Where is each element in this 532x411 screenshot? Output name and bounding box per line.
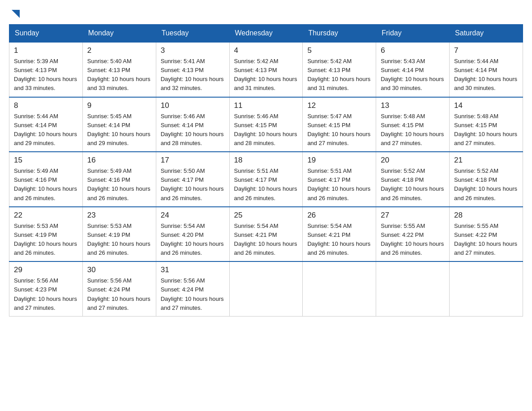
calendar-cell: 9Sunrise: 5:45 AMSunset: 4:14 PMDaylight… [82, 97, 156, 152]
day-number: 8 [14, 101, 78, 110]
day-info: Sunrise: 5:45 AMSunset: 4:14 PMDaylight:… [87, 112, 151, 148]
week-row-2: 8Sunrise: 5:44 AMSunset: 4:14 PMDaylight… [9, 97, 523, 152]
day-number: 1 [14, 46, 78, 55]
calendar-cell: 12Sunrise: 5:47 AMSunset: 4:15 PMDayligh… [303, 97, 376, 152]
calendar-cell: 21Sunrise: 5:52 AMSunset: 4:18 PMDayligh… [450, 152, 523, 207]
day-number: 5 [307, 46, 371, 55]
weekday-header-sunday: Sunday [9, 25, 83, 43]
day-info: Sunrise: 5:54 AMSunset: 4:21 PMDaylight:… [234, 222, 298, 258]
day-info: Sunrise: 5:50 AMSunset: 4:17 PMDaylight:… [161, 167, 225, 203]
day-number: 25 [234, 211, 298, 220]
day-info: Sunrise: 5:51 AMSunset: 4:17 PMDaylight:… [307, 167, 371, 203]
weekday-header-friday: Friday [376, 25, 450, 43]
day-number: 10 [161, 101, 225, 110]
day-info: Sunrise: 5:56 AMSunset: 4:24 PMDaylight:… [161, 276, 225, 313]
weekday-header-monday: Monday [82, 25, 156, 43]
day-info: Sunrise: 5:49 AMSunset: 4:16 PMDaylight:… [87, 167, 151, 203]
week-row-5: 29Sunrise: 5:56 AMSunset: 4:23 PMDayligh… [9, 261, 523, 316]
calendar-cell [376, 261, 450, 316]
day-info: Sunrise: 5:42 AMSunset: 4:13 PMDaylight:… [234, 57, 298, 93]
week-row-3: 15Sunrise: 5:49 AMSunset: 4:16 PMDayligh… [9, 152, 523, 207]
day-info: Sunrise: 5:42 AMSunset: 4:13 PMDaylight:… [307, 57, 371, 93]
day-info: Sunrise: 5:54 AMSunset: 4:20 PMDaylight:… [161, 222, 225, 258]
day-info: Sunrise: 5:56 AMSunset: 4:24 PMDaylight:… [87, 276, 151, 313]
day-number: 9 [87, 101, 151, 110]
day-info: Sunrise: 5:51 AMSunset: 4:17 PMDaylight:… [234, 167, 298, 203]
calendar-cell: 19Sunrise: 5:51 AMSunset: 4:17 PMDayligh… [303, 152, 376, 207]
calendar-cell: 20Sunrise: 5:52 AMSunset: 4:18 PMDayligh… [376, 152, 450, 207]
day-number: 28 [454, 211, 518, 220]
day-info: Sunrise: 5:47 AMSunset: 4:15 PMDaylight:… [307, 112, 371, 148]
calendar-table: SundayMondayTuesdayWednesdayThursdayFrid… [9, 24, 523, 317]
logo [9, 9, 20, 20]
calendar-cell: 6Sunrise: 5:43 AMSunset: 4:14 PMDaylight… [376, 42, 450, 97]
week-row-1: 1Sunrise: 5:39 AMSunset: 4:13 PMDaylight… [9, 42, 523, 97]
day-number: 20 [381, 156, 445, 165]
page-header [9, 9, 523, 20]
calendar-cell: 15Sunrise: 5:49 AMSunset: 4:16 PMDayligh… [9, 152, 83, 207]
day-info: Sunrise: 5:55 AMSunset: 4:22 PMDaylight:… [381, 222, 445, 258]
day-number: 16 [87, 156, 151, 165]
calendar-cell: 3Sunrise: 5:41 AMSunset: 4:13 PMDaylight… [156, 42, 229, 97]
day-info: Sunrise: 5:39 AMSunset: 4:13 PMDaylight:… [14, 57, 78, 93]
day-info: Sunrise: 5:54 AMSunset: 4:21 PMDaylight:… [307, 222, 371, 258]
calendar-cell: 10Sunrise: 5:46 AMSunset: 4:14 PMDayligh… [156, 97, 229, 152]
day-number: 18 [234, 156, 298, 165]
day-number: 31 [161, 265, 225, 274]
calendar-cell: 8Sunrise: 5:44 AMSunset: 4:14 PMDaylight… [9, 97, 83, 152]
calendar-cell: 14Sunrise: 5:48 AMSunset: 4:15 PMDayligh… [450, 97, 523, 152]
day-number: 27 [381, 211, 445, 220]
calendar-cell: 11Sunrise: 5:46 AMSunset: 4:15 PMDayligh… [229, 97, 303, 152]
day-number: 29 [14, 265, 78, 274]
calendar-cell: 27Sunrise: 5:55 AMSunset: 4:22 PMDayligh… [376, 207, 450, 262]
calendar-cell: 31Sunrise: 5:56 AMSunset: 4:24 PMDayligh… [156, 261, 229, 316]
calendar-cell: 16Sunrise: 5:49 AMSunset: 4:16 PMDayligh… [82, 152, 156, 207]
day-info: Sunrise: 5:49 AMSunset: 4:16 PMDaylight:… [14, 167, 78, 203]
day-number: 21 [454, 156, 518, 165]
calendar-cell: 26Sunrise: 5:54 AMSunset: 4:21 PMDayligh… [303, 207, 376, 262]
svg-marker-0 [12, 10, 20, 18]
calendar-cell: 4Sunrise: 5:42 AMSunset: 4:13 PMDaylight… [229, 42, 303, 97]
day-number: 30 [87, 265, 151, 274]
day-info: Sunrise: 5:44 AMSunset: 4:14 PMDaylight:… [14, 112, 78, 148]
weekday-header-saturday: Saturday [450, 25, 523, 43]
day-info: Sunrise: 5:56 AMSunset: 4:23 PMDaylight:… [14, 276, 78, 313]
calendar-cell: 1Sunrise: 5:39 AMSunset: 4:13 PMDaylight… [9, 42, 83, 97]
calendar-cell [303, 261, 376, 316]
calendar-cell: 18Sunrise: 5:51 AMSunset: 4:17 PMDayligh… [229, 152, 303, 207]
calendar-cell: 23Sunrise: 5:53 AMSunset: 4:19 PMDayligh… [82, 207, 156, 262]
calendar-cell: 30Sunrise: 5:56 AMSunset: 4:24 PMDayligh… [82, 261, 156, 316]
day-number: 13 [381, 101, 445, 110]
day-info: Sunrise: 5:52 AMSunset: 4:18 PMDaylight:… [454, 167, 518, 203]
day-number: 11 [234, 101, 298, 110]
day-info: Sunrise: 5:52 AMSunset: 4:18 PMDaylight:… [381, 167, 445, 203]
weekday-header-wednesday: Wednesday [229, 25, 303, 43]
day-number: 4 [234, 46, 298, 55]
calendar-cell: 22Sunrise: 5:53 AMSunset: 4:19 PMDayligh… [9, 207, 83, 262]
calendar-cell: 5Sunrise: 5:42 AMSunset: 4:13 PMDaylight… [303, 42, 376, 97]
logo-arrow-icon [10, 10, 20, 20]
day-number: 3 [161, 46, 225, 55]
day-info: Sunrise: 5:40 AMSunset: 4:13 PMDaylight:… [87, 57, 151, 93]
weekday-header-tuesday: Tuesday [156, 25, 229, 43]
weekday-header-row: SundayMondayTuesdayWednesdayThursdayFrid… [9, 25, 523, 43]
calendar-cell: 25Sunrise: 5:54 AMSunset: 4:21 PMDayligh… [229, 207, 303, 262]
day-number: 24 [161, 211, 225, 220]
calendar-cell: 13Sunrise: 5:48 AMSunset: 4:15 PMDayligh… [376, 97, 450, 152]
day-info: Sunrise: 5:53 AMSunset: 4:19 PMDaylight:… [87, 222, 151, 258]
day-number: 22 [14, 211, 78, 220]
day-number: 26 [307, 211, 371, 220]
day-number: 2 [87, 46, 151, 55]
calendar-cell: 2Sunrise: 5:40 AMSunset: 4:13 PMDaylight… [82, 42, 156, 97]
day-info: Sunrise: 5:43 AMSunset: 4:14 PMDaylight:… [381, 57, 445, 93]
day-info: Sunrise: 5:53 AMSunset: 4:19 PMDaylight:… [14, 222, 78, 258]
calendar-cell: 24Sunrise: 5:54 AMSunset: 4:20 PMDayligh… [156, 207, 229, 262]
day-info: Sunrise: 5:48 AMSunset: 4:15 PMDaylight:… [381, 112, 445, 148]
day-info: Sunrise: 5:55 AMSunset: 4:22 PMDaylight:… [454, 222, 518, 258]
day-info: Sunrise: 5:48 AMSunset: 4:15 PMDaylight:… [454, 112, 518, 148]
day-number: 15 [14, 156, 78, 165]
weekday-header-thursday: Thursday [303, 25, 376, 43]
week-row-4: 22Sunrise: 5:53 AMSunset: 4:19 PMDayligh… [9, 207, 523, 262]
day-info: Sunrise: 5:44 AMSunset: 4:14 PMDaylight:… [454, 57, 518, 93]
day-number: 7 [454, 46, 518, 55]
